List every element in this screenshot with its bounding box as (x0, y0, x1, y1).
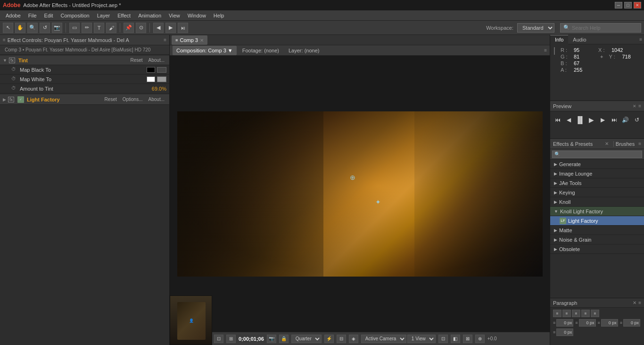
active-camera-select[interactable]: Active Camera (361, 335, 406, 343)
tool-rect[interactable]: ▭ (69, 23, 80, 33)
lf-options-btn[interactable]: Options... (121, 97, 145, 102)
lf-reset-btn[interactable]: Reset (103, 97, 119, 102)
viewer-snap-btn[interactable]: ⊕ (475, 335, 485, 343)
preview-audio[interactable]: 🔊 (621, 115, 630, 125)
viewer-pixel-btn[interactable]: ⊞ (226, 335, 236, 343)
viewer-motion-btn[interactable]: ⊠ (463, 335, 472, 343)
map-white-swatch[interactable] (147, 76, 155, 82)
viewer-3d-btn[interactable]: ◈ (349, 335, 358, 343)
preview-menu-icon[interactable]: ≡ (638, 103, 641, 109)
effects-category-knoll-light-factory[interactable]: ▼ Knoll Light Factory (550, 207, 644, 216)
brushes-tab[interactable]: Brushes (613, 141, 636, 147)
align-left-btn[interactable]: ≡ (553, 310, 561, 317)
viewer-lock-btn[interactable]: 🔒 (279, 335, 289, 343)
preview-first-frame[interactable]: ⏮ (553, 115, 562, 125)
preview-loop[interactable]: ↺ (632, 115, 642, 125)
effects-category-knoll[interactable]: ▶ Knoll (550, 197, 644, 207)
indent-right-input[interactable] (579, 319, 596, 327)
viewer-render-btn[interactable]: ⊡ (438, 335, 448, 343)
menu-edit[interactable]: Edit (41, 12, 57, 19)
viewer-fast-btn[interactable]: ⚡ (324, 335, 334, 343)
map-white-swatch-btn[interactable] (157, 76, 166, 82)
info-menu-icon[interactable]: ≡ (637, 37, 644, 42)
tool-select[interactable]: ↖ (3, 23, 13, 33)
tool-roto[interactable]: ⊙ (136, 23, 146, 33)
menu-help[interactable]: Help (210, 12, 228, 19)
map-black-swatch[interactable] (147, 67, 155, 73)
viewer-fit-btn[interactable]: ⊡ (214, 335, 223, 343)
amount-to-tint-value[interactable]: 69.0% (152, 86, 166, 92)
tool-playback-right[interactable]: ▶ (165, 23, 176, 33)
preview-last-frame[interactable]: ⏭ (610, 115, 619, 125)
effects-search-input[interactable] (552, 151, 642, 158)
viewer-aa-btn[interactable]: ◧ (451, 335, 460, 343)
viewer-menu-icon[interactable]: ≡ (544, 48, 547, 53)
effects-category-generate[interactable]: ▶ Generate (550, 160, 644, 169)
menu-view[interactable]: View (165, 12, 184, 19)
tool-hand[interactable]: ✋ (15, 23, 25, 33)
tool-pen[interactable]: ✏ (82, 23, 92, 33)
layer-tab[interactable]: Layer: (none) (285, 46, 323, 55)
align-center-btn[interactable]: ≡ (562, 310, 571, 317)
menu-composition[interactable]: Composition (57, 12, 93, 19)
tool-camera[interactable]: 📷 (52, 23, 62, 33)
para-close-icon[interactable]: ✕ (633, 300, 636, 305)
effects-close[interactable]: ✕ (603, 141, 611, 146)
tool-brush[interactable]: 🖌 (106, 23, 116, 33)
tool-ram-preview[interactable]: ⏯ (178, 23, 188, 33)
audio-tab[interactable]: Audio (568, 35, 591, 44)
comp-viewer-tab: ■ Comp 3 ✕ (172, 35, 207, 45)
maximize-button[interactable]: □ (624, 2, 632, 8)
align-justify-btn[interactable]: ≡ (581, 310, 590, 317)
menu-layer[interactable]: Layer (93, 12, 114, 19)
tint-about-btn[interactable]: About... (147, 58, 166, 63)
align-right-btn[interactable]: ≡ (572, 310, 580, 317)
tool-zoom[interactable]: 🔍 (27, 23, 38, 33)
effects-category-matte[interactable]: ▶ Matte (550, 226, 644, 235)
tool-pin[interactable]: 📌 (124, 23, 134, 33)
comp-tab-close[interactable]: ✕ (200, 38, 204, 43)
menu-adobe[interactable]: Adobe (2, 12, 25, 19)
composition-tab[interactable]: Composition: Comp 3 ▼ (173, 46, 237, 55)
viewer-toggle-btn[interactable]: ⊟ (337, 335, 346, 343)
effects-category-jae-tools[interactable]: ▶ JAe Tools (550, 178, 644, 188)
search-help-input[interactable] (572, 25, 638, 31)
preview-play[interactable]: ▶ (587, 115, 596, 125)
menu-file[interactable]: File (25, 12, 41, 19)
menu-window[interactable]: Window (184, 12, 210, 19)
effects-category-image-lounge[interactable]: ▶ Image Lounge (550, 169, 644, 178)
tint-reset-btn[interactable]: Reset (128, 58, 144, 63)
indent-top-input[interactable] (601, 319, 618, 327)
tool-text[interactable]: T (94, 23, 104, 33)
map-black-swatch-btn[interactable] (157, 67, 166, 73)
preview-next-frame[interactable]: ▶ (598, 115, 608, 125)
viewer-camera-btn[interactable]: 📷 (267, 335, 276, 343)
close-button[interactable]: ✕ (634, 2, 641, 8)
lf-about-btn[interactable]: About... (147, 97, 166, 102)
effects-category-keying[interactable]: ▶ Keying (550, 188, 644, 197)
tint-fx-badge: fx (9, 58, 15, 63)
effects-item-light-factory[interactable]: LF Light Factory (550, 216, 644, 226)
preview-close[interactable]: ✕ (633, 104, 636, 109)
footage-tab[interactable]: Footage: (none) (239, 46, 283, 55)
preview-prev-frame[interactable]: ◀ (564, 115, 574, 125)
workspace-select[interactable]: Standard (517, 23, 554, 33)
minimize-button[interactable]: ─ (615, 2, 622, 8)
para-menu-icon[interactable]: ≡ (638, 300, 641, 305)
views-select[interactable]: 1 View (407, 335, 436, 343)
preview-stop[interactable]: ▐▌ (576, 115, 585, 125)
tool-playback-left[interactable]: ◀ (153, 23, 164, 33)
indent-left-input[interactable] (556, 319, 573, 327)
menu-effect[interactable]: Effect (114, 12, 134, 19)
space-before-input[interactable] (623, 319, 640, 327)
align-force-btn[interactable]: ≡ (591, 310, 599, 317)
ec-menu-icon[interactable]: ≡ (164, 37, 166, 42)
tool-rotate[interactable]: ↺ (40, 23, 50, 33)
info-tab[interactable]: Info (550, 35, 568, 44)
menu-animation[interactable]: Animation (134, 12, 165, 19)
effects-category-obsolete[interactable]: ▶ Obsolete (550, 244, 644, 254)
quality-select[interactable]: Quarter (291, 335, 322, 343)
space-after-input[interactable] (556, 328, 573, 336)
effects-category-noise-grain[interactable]: ▶ Noise & Grain (550, 235, 644, 244)
effects-menu-icon[interactable]: ≡ (638, 141, 641, 146)
